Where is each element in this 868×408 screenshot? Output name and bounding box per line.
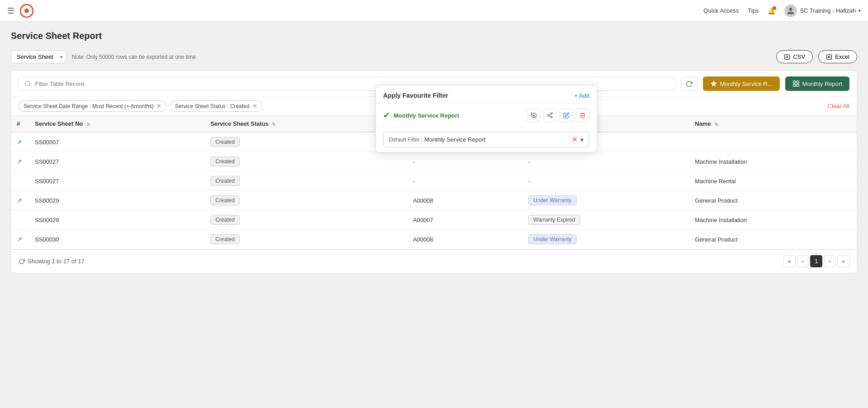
delete-filter-button[interactable] <box>576 109 589 122</box>
row-name: General Product <box>689 230 857 249</box>
fav-filter-name: Monthly Service Report <box>394 112 523 119</box>
default-filter-actions: ✕ ▾ <box>572 135 583 144</box>
clear-all-button[interactable]: Clear All <box>828 103 849 109</box>
svg-rect-10 <box>797 84 799 86</box>
hide-filter-button[interactable] <box>527 109 541 122</box>
status-badge: Created <box>210 215 240 225</box>
notification-bell[interactable]: 🔔 <box>768 7 775 14</box>
external-link-icon[interactable]: ↗ <box>17 138 22 146</box>
row-asset-no: - <box>408 152 523 171</box>
default-filter-chevron-icon[interactable]: ▾ <box>580 136 583 143</box>
row-link <box>11 171 29 191</box>
warranty-badge: Under Warranty <box>528 234 576 244</box>
csv-button[interactable]: CSV <box>776 50 813 63</box>
svg-line-16 <box>549 114 551 115</box>
search-icon <box>24 80 32 87</box>
svg-rect-7 <box>793 81 796 83</box>
filter-date-remove[interactable]: ✕ <box>157 103 161 109</box>
filter-status-remove[interactable]: ✕ <box>252 103 257 109</box>
warranty-badge: Under Warranty <box>528 195 576 205</box>
refresh-small-icon[interactable] <box>19 258 25 265</box>
user-name: SC Training - Hafizah <box>800 7 856 14</box>
row-link: ↗ <box>11 152 29 171</box>
report-type-dropdown-wrapper: Service Sheet <box>11 50 66 63</box>
status-badge: Created <box>210 157 240 166</box>
external-link-icon[interactable]: ↗ <box>17 197 22 204</box>
check-icon: ✔ <box>383 110 390 120</box>
topnav-left: ☰ <box>7 4 33 18</box>
star-icon <box>710 80 717 87</box>
row-name: Machine Rental <box>689 171 857 191</box>
page-1-button[interactable]: 1 <box>810 255 822 267</box>
row-warranty: - <box>523 171 689 191</box>
excel-button[interactable]: Excel <box>818 50 857 63</box>
report-type-dropdown[interactable]: Service Sheet <box>11 50 66 63</box>
row-link: ↗ <box>11 230 29 249</box>
refresh-button[interactable] <box>681 77 697 91</box>
edit-filter-button[interactable] <box>560 109 573 122</box>
first-page-button[interactable]: « <box>783 255 796 267</box>
svg-point-4 <box>25 81 30 85</box>
row-status: Created <box>205 171 408 191</box>
next-page-button[interactable]: › <box>824 255 835 267</box>
row-status: Created <box>205 230 408 249</box>
quick-access-link[interactable]: Quick Access <box>703 7 739 14</box>
default-filter-box[interactable]: Default Filter : Monthly Service Report … <box>383 132 589 147</box>
toolbar: Service Sheet Note: Only 50000 rows can … <box>11 50 857 63</box>
row-asset-no: A00008 <box>408 230 523 249</box>
prev-page-button[interactable]: ‹ <box>797 255 808 267</box>
row-sheet-no: SS00027 <box>29 152 205 171</box>
hamburger-icon[interactable]: ☰ <box>7 6 14 16</box>
share-filter-button[interactable] <box>543 109 557 122</box>
table-row: ↗ SS00029 Created A00008 Under Warranty … <box>11 191 857 210</box>
user-avatar <box>784 5 797 17</box>
status-badge: Created <box>210 195 240 205</box>
fav-item-actions <box>527 109 589 122</box>
sort-status-icon[interactable]: ⇅ <box>272 122 275 127</box>
row-status: Created <box>205 152 408 171</box>
external-link-icon[interactable]: ↗ <box>17 236 22 243</box>
row-asset-no: - <box>408 171 523 191</box>
monthly-service-button[interactable]: Monthly Service R... <box>703 76 780 91</box>
row-name: Machine Installation <box>689 210 857 230</box>
tips-link[interactable]: Tips <box>748 7 759 14</box>
external-link-icon[interactable]: ↗ <box>17 158 22 165</box>
row-sheet-no: SS00030 <box>29 230 205 249</box>
status-badge: Created <box>210 137 240 147</box>
add-filter-button[interactable]: + Add <box>574 92 589 99</box>
pencil-icon <box>563 112 569 119</box>
svg-rect-8 <box>797 81 799 83</box>
showing-text: Showing 1 to 17 of 17 <box>19 258 85 265</box>
fav-filter-item: ✔ Monthly Service Report <box>376 104 597 127</box>
note-text: Note: Only 50000 rows can be exported at… <box>72 54 771 60</box>
user-menu[interactable]: SC Training - Hafizah ▾ <box>784 5 861 17</box>
fav-filter-popup: Apply Favourite Filter + Add ✔ Monthly S… <box>375 85 597 152</box>
row-link <box>11 210 29 230</box>
default-filter-label: Default Filter : Monthly Service Report <box>389 136 485 143</box>
table-row: ↗ SS00027 Created - - Machine Installati… <box>11 152 857 171</box>
table-row: SS00027 Created - - Machine Rental <box>11 171 857 191</box>
row-warranty: - <box>523 152 689 171</box>
sort-name-icon[interactable]: ⇅ <box>714 122 718 127</box>
svg-point-12 <box>551 113 553 114</box>
row-asset-no: A00008 <box>408 191 523 210</box>
svg-line-15 <box>549 116 551 117</box>
table-footer: Showing 1 to 17 of 17 « ‹ 1 › » <box>11 249 857 273</box>
row-asset-no: A00007 <box>408 210 523 230</box>
csv-icon <box>784 54 790 60</box>
row-sheet-no: SS00027 <box>29 171 205 191</box>
topnav: ☰ Quick Access Tips 🔔 SC Training - Hafi… <box>0 0 868 22</box>
row-sheet-no: SS00029 <box>29 191 205 210</box>
row-name <box>689 132 857 152</box>
status-badge: Created <box>210 176 240 186</box>
sort-sheet-no-icon[interactable]: ⇅ <box>86 122 90 127</box>
refresh-icon <box>686 81 693 87</box>
excel-icon <box>826 54 832 60</box>
clear-default-filter-button[interactable]: ✕ <box>572 135 578 144</box>
pagination: « ‹ 1 › » <box>783 255 849 267</box>
eye-off-icon <box>531 112 537 119</box>
monthly-report-button[interactable]: Monthly Report <box>785 76 849 91</box>
svg-marker-6 <box>711 81 716 86</box>
logo-icon <box>20 4 33 18</box>
last-page-button[interactable]: » <box>837 255 849 267</box>
